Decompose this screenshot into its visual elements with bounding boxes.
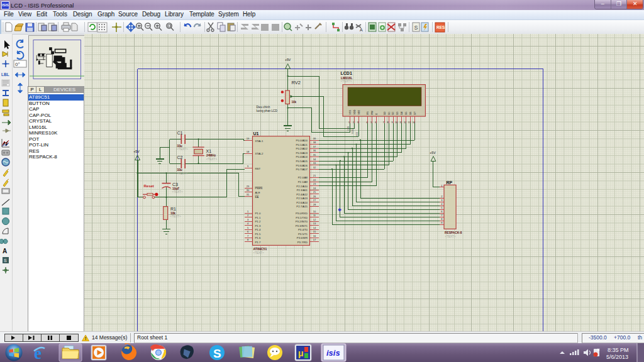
svg-text:7: 7 [383, 121, 384, 124]
svg-text:P1.6: P1.6 [255, 236, 261, 239]
svg-text:RP: RP [447, 180, 453, 185]
svg-text:24: 24 [313, 187, 316, 190]
svg-text:<TEXT>: <TEXT> [177, 172, 188, 175]
svg-text:VDD: VDD [352, 129, 354, 134]
svg-text:LBL: LBL [1, 72, 9, 77]
svg-text:37: 37 [313, 145, 316, 148]
svg-text:<TEXT>: <TEXT> [341, 80, 352, 83]
svg-text:10k: 10k [292, 101, 297, 104]
svg-text:e: e [34, 344, 42, 362]
svg-text:14: 14 [313, 226, 316, 229]
svg-text:27: 27 [313, 199, 316, 202]
svg-text:D3: D3 [396, 112, 399, 115]
svg-text:P2.4/A12: P2.4/A12 [296, 193, 308, 196]
svg-text:RV2: RV2 [292, 80, 301, 85]
svg-text:!: ! [85, 336, 86, 341]
svg-text:VEE: VEE [356, 131, 358, 136]
svg-text:D4: D4 [401, 112, 403, 115]
svg-text:AT89C51: AT89C51 [253, 247, 267, 251]
svg-text:RST: RST [255, 167, 261, 170]
svg-text:P2.3/A11: P2.3/A11 [297, 189, 308, 192]
svg-text:6: 6 [375, 121, 376, 124]
svg-text:luong phan LCD: luong phan LCD [257, 109, 278, 112]
svg-text:C1: C1 [177, 131, 183, 135]
svg-text:P0.0/AD0: P0.0/AD0 [296, 139, 308, 142]
svg-text:P1.2: P1.2 [255, 220, 261, 223]
svg-text:10uF: 10uF [172, 187, 179, 190]
svg-text:29: 29 [247, 185, 250, 188]
svg-text:P1.4: P1.4 [255, 228, 261, 231]
svg-text:17: 17 [313, 238, 316, 241]
svg-text:XTAL1: XTAL1 [255, 140, 264, 143]
svg-text:RW: RW [371, 111, 374, 115]
svg-text:3: 3 [357, 121, 358, 124]
svg-text:D5: D5 [405, 112, 408, 115]
svg-text:D2: D2 [392, 112, 394, 115]
svg-text:<TEXT>: <TEXT> [172, 190, 183, 194]
svg-text:<TEXT>: <TEXT> [253, 251, 264, 255]
svg-text:5: 5 [370, 121, 372, 124]
svg-text:A: A [360, 28, 363, 32]
svg-text:P0.1/AD1: P0.1/AD1 [296, 143, 308, 146]
svg-text:<TEXT>: <TEXT> [206, 158, 217, 161]
svg-text:P0.2/AD2: P0.2/AD2 [296, 147, 308, 150]
svg-text:2: 2 [353, 121, 354, 124]
svg-text:+5V: +5V [430, 151, 436, 155]
svg-text:<TEXT>: <TEXT> [445, 235, 456, 238]
svg-text:12: 12 [404, 121, 406, 124]
svg-text:33u: 33u [177, 168, 182, 172]
svg-text:VSS: VSS [349, 109, 352, 114]
svg-text:28: 28 [313, 203, 316, 206]
svg-text:C2: C2 [177, 155, 183, 160]
svg-text:S: S [4, 258, 7, 263]
svg-text:RS: RS [367, 111, 369, 115]
svg-text:30: 30 [247, 189, 250, 192]
svg-text:12: 12 [313, 218, 316, 221]
svg-text:μ: μ [298, 348, 304, 358]
svg-text:P3.2/INT0: P3.2/INT0 [296, 220, 308, 223]
svg-text:21: 21 [313, 174, 316, 177]
svg-text:14: 14 [413, 121, 415, 124]
svg-text:P0.5/AD5: P0.5/AD5 [296, 160, 308, 163]
svg-text:36: 36 [313, 149, 316, 152]
svg-text:P0.4/AD4: P0.4/AD4 [296, 155, 308, 158]
svg-text:U1: U1 [253, 131, 259, 136]
svg-text:P0.7/AD7: P0.7/AD7 [296, 168, 308, 171]
svg-text:S: S [213, 347, 221, 360]
svg-text:P1.0: P1.0 [255, 212, 261, 215]
svg-text:15: 15 [313, 230, 316, 233]
svg-text:+5V: +5V [285, 58, 291, 62]
svg-text:+5V: +5V [133, 150, 140, 153]
svg-text:10: 10 [395, 121, 397, 124]
svg-text:24MHz: 24MHz [206, 154, 216, 157]
svg-text:P0.6/AD6: P0.6/AD6 [296, 164, 308, 167]
svg-text:P3.6/WR: P3.6/WR [297, 236, 308, 239]
svg-text:ALE: ALE [255, 191, 260, 194]
svg-text:P1.5: P1.5 [255, 233, 261, 236]
svg-text:D6: D6 [409, 112, 412, 115]
svg-text:PSEN: PSEN [255, 187, 263, 190]
svg-text:C3: C3 [172, 182, 178, 187]
svg-text:26: 26 [313, 195, 316, 198]
svg-text:P3.3/INT1: P3.3/INT1 [296, 224, 308, 228]
svg-text:D1: D1 [388, 112, 391, 115]
svg-text:P2.6/A14: P2.6/A14 [296, 201, 308, 204]
svg-text:16: 16 [313, 234, 316, 238]
svg-text:11: 11 [399, 121, 402, 124]
svg-text:P2.2/A10: P2.2/A10 [296, 185, 308, 188]
svg-text:1: 1 [348, 121, 350, 124]
svg-text:33u: 33u [177, 145, 182, 148]
svg-text:X1: X1 [206, 149, 212, 153]
svg-text:P1.1: P1.1 [255, 216, 261, 219]
svg-text:R1: R1 [170, 207, 176, 211]
svg-text:9: 9 [391, 121, 392, 124]
svg-text:0°: 0° [15, 62, 20, 67]
svg-text:4: 4 [366, 121, 367, 124]
svg-text:P3.1/TXD: P3.1/TXD [296, 216, 308, 219]
svg-text:18: 18 [247, 150, 250, 153]
svg-text:LM016L: LM016L [341, 76, 353, 80]
svg-text:13: 13 [408, 121, 411, 124]
svg-text:D0: D0 [384, 112, 386, 115]
svg-text:EA: EA [255, 195, 259, 199]
svg-text:22: 22 [313, 178, 316, 182]
